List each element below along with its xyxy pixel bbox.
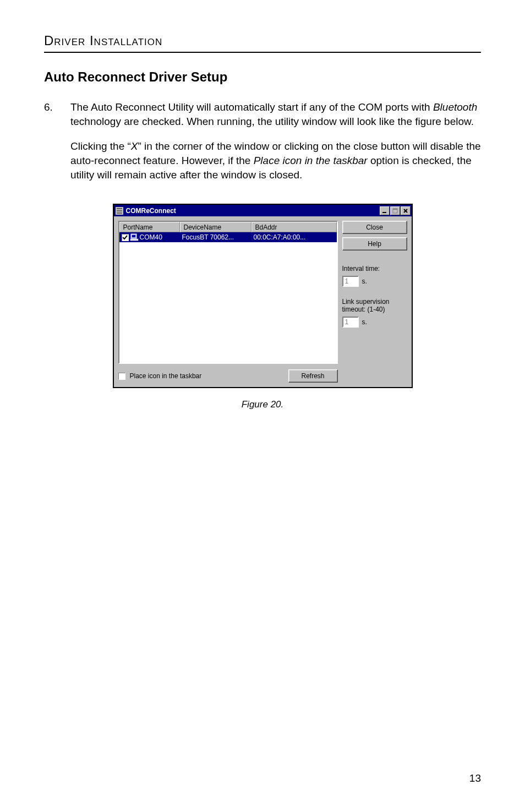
cell-bdaddr: 00:0C:A7:A0:00...	[251, 233, 337, 241]
computer-icon	[130, 233, 139, 241]
titlebar[interactable]: COMReConnect	[114, 205, 412, 216]
app-icon	[115, 206, 124, 215]
listview-body: COM40 FocusBT 70062... 00:0C:A7:A0:00...	[119, 232, 337, 242]
cell-devicename: FocusBT 70062...	[180, 233, 251, 241]
subsection-heading: Auto Reconnect Driver Setup	[44, 69, 481, 85]
minimize-button[interactable]	[380, 206, 390, 215]
taskbar-checkbox-label: Place icon in the taskbar	[130, 372, 202, 380]
column-header-portname[interactable]: PortName	[119, 222, 180, 232]
svg-rect-6	[393, 209, 397, 210]
checkbox-icon[interactable]	[122, 234, 129, 241]
close-dialog-button[interactable]: Close	[342, 221, 407, 234]
refresh-button[interactable]: Refresh	[288, 369, 338, 383]
text: The Auto Reconnect Utility will automati…	[70, 101, 433, 113]
interval-unit: s.	[362, 277, 367, 285]
dialog-body: PortName DeviceName BdAddr	[114, 216, 412, 387]
close-button[interactable]	[401, 206, 411, 215]
figure-caption: Figure 20.	[44, 399, 481, 410]
svg-rect-4	[382, 212, 386, 213]
text: technology are checked. When running, th…	[70, 116, 474, 127]
timeout-label: Link supervision timeout: (1-40)	[342, 298, 407, 313]
timeout-section: Link supervision timeout: (1-40) 1 s.	[342, 298, 407, 328]
bottom-row: Place icon in the taskbar Refresh	[118, 369, 338, 383]
list-row[interactable]: COM40 FocusBT 70062... 00:0C:A7:A0:00...	[119, 232, 337, 242]
section-heading: Driver Installation	[44, 33, 481, 53]
help-button[interactable]: Help	[342, 237, 407, 250]
paragraph-1: The Auto Reconnect Utility will automati…	[70, 100, 481, 128]
taskbar-checkbox[interactable]	[118, 373, 125, 380]
svg-rect-11	[130, 239, 138, 241]
dialog-window: COMReConnect PortName DeviceName	[113, 204, 413, 388]
window-title: COMReConnect	[126, 207, 379, 215]
interval-section: Interval time: 1 s.	[342, 265, 407, 287]
numbered-item: 6. The Auto Reconnect Utility will autom…	[44, 100, 481, 128]
page-number: 13	[469, 772, 481, 784]
text-italic: X	[131, 140, 138, 152]
listview-header: PortName DeviceName BdAddr	[119, 222, 337, 232]
paragraph-2: Clicking the “X” in the corner of the wi…	[70, 139, 481, 182]
column-header-devicename[interactable]: DeviceName	[180, 222, 251, 232]
right-panel: Close Help Interval time: 1 s. Link supe…	[342, 221, 407, 383]
timeout-input[interactable]: 1	[342, 317, 359, 328]
titlebar-buttons	[379, 206, 411, 215]
text-italic: Bluetooth	[433, 101, 477, 113]
interval-label: Interval time:	[342, 265, 407, 273]
left-panel: PortName DeviceName BdAddr	[118, 221, 338, 383]
timeout-unit: s.	[362, 318, 367, 326]
text-italic: Place icon in the taskbar	[254, 155, 368, 166]
listview[interactable]: PortName DeviceName BdAddr	[118, 221, 338, 364]
cell-portname: COM40	[119, 233, 180, 241]
list-number: 6.	[44, 100, 70, 128]
maximize-button	[390, 206, 400, 215]
column-header-bdaddr[interactable]: BdAddr	[251, 222, 337, 232]
svg-rect-10	[132, 235, 135, 237]
portname-value: COM40	[140, 233, 162, 241]
text: Clicking the “	[70, 140, 131, 152]
interval-input[interactable]: 1	[342, 276, 359, 287]
